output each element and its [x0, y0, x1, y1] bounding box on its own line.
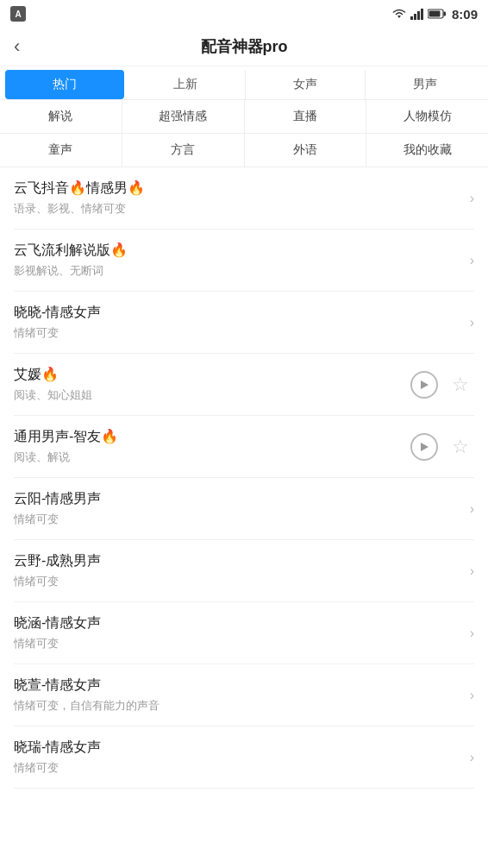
voice-name: 晓涵-情感女声: [14, 614, 470, 632]
voice-tags: 情绪可变: [14, 636, 470, 651]
voice-name: 晓萱-情感女声: [14, 676, 470, 695]
category-character[interactable]: 人物模仿: [366, 100, 488, 133]
back-button[interactable]: ‹: [14, 35, 20, 58]
svg-marker-10: [421, 381, 429, 389]
voice-actions: ›: [470, 626, 474, 641]
category-dialect[interactable]: 方言: [122, 134, 245, 167]
voice-info: 晓晓-情感女声 情绪可变: [14, 304, 470, 341]
voice-tags: 情绪可变: [14, 325, 470, 341]
list-item: 云飞抖音🔥情感男🔥 语录、影视、情绪可变 ›: [14, 167, 474, 230]
category-row-2: 童声 方言 外语 我的收藏: [0, 134, 488, 167]
battery-icon: [428, 9, 447, 19]
voice-tags: 影视解说、无断词: [14, 263, 470, 279]
voice-info: 晓萱-情感女声 情绪可变，自信有能力的声音: [14, 676, 470, 714]
voice-name: 晓晓-情感女声: [14, 304, 470, 322]
status-app-icon: A: [10, 6, 26, 22]
wifi-icon: [391, 8, 407, 20]
voice-info: 云飞流利解说版🔥 影视解说、无断词: [14, 242, 470, 279]
category-foreign[interactable]: 外语: [245, 134, 367, 167]
favorite-button[interactable]: ☆: [447, 433, 474, 461]
voice-name: 云飞抖音🔥情感男🔥: [14, 179, 470, 198]
svg-rect-6: [421, 9, 423, 20]
svg-rect-5: [417, 11, 420, 20]
tab-female[interactable]: 女声: [246, 70, 366, 99]
category-child[interactable]: 童声: [0, 134, 122, 167]
list-item: 艾媛🔥 阅读、知心姐姐 ☆: [14, 354, 474, 416]
expand-icon[interactable]: ›: [470, 253, 474, 268]
voice-name: 通用男声-智友🔥: [14, 428, 410, 446]
status-time: 8:09: [452, 7, 478, 22]
voice-info: 云阳-情感男声 情绪可变: [14, 490, 470, 527]
voice-actions: ›: [470, 315, 474, 330]
expand-icon[interactable]: ›: [470, 315, 474, 330]
category-favorites[interactable]: 我的收藏: [366, 134, 488, 167]
voice-actions: ›: [470, 501, 474, 517]
expand-icon[interactable]: ›: [470, 750, 474, 765]
list-item: 晓萱-情感女声 情绪可变，自信有能力的声音 ›: [14, 664, 474, 726]
voice-tags: 情绪可变，自信有能力的声音: [14, 698, 470, 714]
play-button[interactable]: [410, 433, 438, 461]
voice-tags: 情绪可变: [14, 760, 470, 776]
page-title: 配音神器pro: [201, 36, 288, 57]
svg-rect-4: [414, 14, 416, 20]
category-row-1: 解说 超强情感 直播 人物模仿: [0, 100, 488, 134]
category-emotion[interactable]: 超强情感: [122, 100, 245, 133]
voice-info: 晓涵-情感女声 情绪可变: [14, 614, 470, 651]
list-item: 晓涵-情感女声 情绪可变 ›: [14, 602, 474, 664]
voice-list: 云飞抖音🔥情感男🔥 语录、影视、情绪可变 › 云飞流利解说版🔥 影视解说、无断词…: [0, 167, 488, 789]
voice-info: 艾媛🔥 阅读、知心姐姐: [14, 366, 410, 403]
category-commentary[interactable]: 解说: [0, 100, 122, 133]
svg-rect-8: [443, 12, 446, 16]
expand-icon[interactable]: ›: [470, 688, 474, 703]
voice-actions: ›: [470, 191, 474, 206]
voice-name: 艾媛🔥: [14, 366, 410, 384]
list-item: 云阳-情感男声 情绪可变 ›: [14, 478, 474, 540]
voice-actions: ☆: [410, 371, 474, 399]
voice-tags: 阅读、知心姐姐: [14, 387, 410, 403]
tab-row-1: 热门 上新 女声 男声: [0, 66, 488, 100]
tab-hot[interactable]: 热门: [5, 70, 124, 99]
favorite-button[interactable]: ☆: [447, 371, 474, 399]
voice-info: 云飞抖音🔥情感男🔥 语录、影视、情绪可变: [14, 179, 470, 217]
status-bar: A 8:09: [0, 0, 488, 28]
voice-info: 晓瑞-情感女声 情绪可变: [14, 739, 470, 776]
voice-tags: 语录、影视、情绪可变: [14, 201, 470, 217]
voice-name: 晓瑞-情感女声: [14, 739, 470, 757]
list-item: 晓瑞-情感女声 情绪可变 ›: [14, 726, 474, 789]
voice-actions: ›: [470, 688, 474, 703]
top-bar: ‹ 配音神器pro: [0, 28, 488, 66]
svg-text:A: A: [15, 9, 21, 19]
voice-tags: 情绪可变: [14, 574, 470, 589]
expand-icon[interactable]: ›: [470, 626, 474, 641]
status-right-group: 8:09: [391, 7, 478, 22]
voice-name: 云飞流利解说版🔥: [14, 242, 470, 260]
expand-icon[interactable]: ›: [470, 191, 474, 206]
voice-info: 通用男声-智友🔥 阅读、解说: [14, 428, 410, 465]
list-item: 云野-成熟男声 情绪可变 ›: [14, 540, 474, 602]
voice-name: 云野-成熟男声: [14, 552, 470, 570]
voice-actions: ☆: [410, 433, 474, 461]
voice-info: 云野-成熟男声 情绪可变: [14, 552, 470, 589]
list-item: 通用男声-智友🔥 阅读、解说 ☆: [14, 416, 474, 478]
voice-tags: 情绪可变: [14, 512, 470, 527]
list-item: 云飞流利解说版🔥 影视解说、无断词 ›: [14, 230, 474, 292]
tab-male[interactable]: 男声: [366, 70, 485, 99]
expand-icon[interactable]: ›: [470, 501, 474, 517]
play-button[interactable]: [410, 371, 438, 399]
voice-tags: 阅读、解说: [14, 450, 410, 465]
signal-icon: [410, 8, 424, 20]
svg-marker-11: [421, 443, 429, 451]
voice-actions: ›: [470, 253, 474, 268]
expand-icon[interactable]: ›: [470, 563, 474, 579]
voice-actions: ›: [470, 750, 474, 765]
list-item: 晓晓-情感女声 情绪可变 ›: [14, 292, 474, 354]
category-live[interactable]: 直播: [245, 100, 367, 133]
svg-marker-2: [397, 16, 401, 18]
svg-rect-9: [429, 11, 440, 17]
voice-name: 云阳-情感男声: [14, 490, 470, 508]
svg-rect-3: [410, 16, 413, 20]
voice-actions: ›: [470, 563, 474, 579]
tab-new[interactable]: 上新: [126, 70, 246, 99]
